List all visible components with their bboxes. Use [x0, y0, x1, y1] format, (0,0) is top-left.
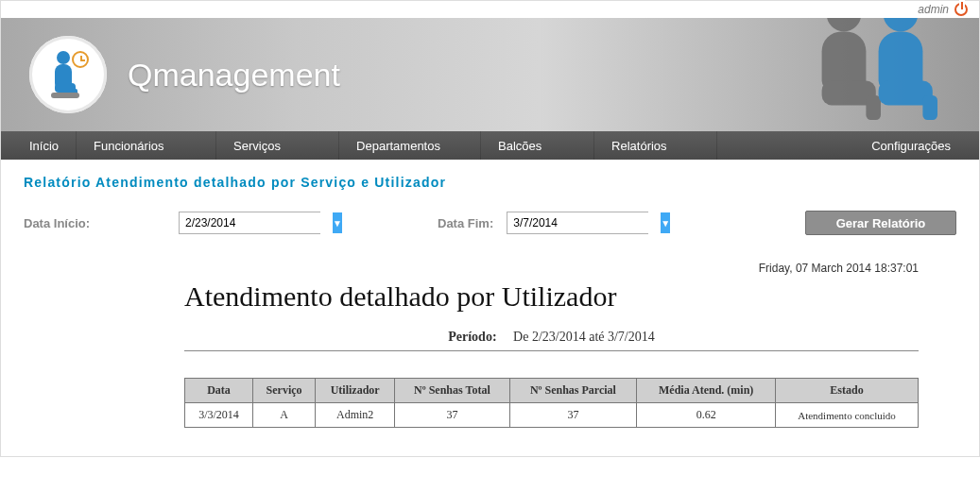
col-data: Data: [185, 379, 253, 403]
clock-icon: [72, 51, 89, 68]
period-value: De 2/23/2014 até 3/7/2014: [513, 330, 655, 344]
logout-icon[interactable]: [954, 3, 968, 16]
report-period: Período: De 2/23/2014 até 3/7/2014: [184, 330, 919, 351]
logo: [29, 36, 107, 113]
nav-configuracoes[interactable]: Configurações: [854, 131, 979, 160]
main-nav: Início Funcionários Serviços Departament…: [1, 131, 979, 160]
table-row: 3/3/2014 A Admin2 37 37 0.62 Atendimento…: [185, 403, 919, 428]
cell-servico: A: [253, 403, 316, 428]
col-media-atend: Média Atend. (min): [637, 379, 776, 403]
filter-row: Data Início: Data Fim: Gerar Relatório: [24, 211, 956, 235]
cell-senhas-parcial: 37: [509, 403, 637, 428]
cell-senhas-total: 37: [395, 403, 509, 428]
nav-funcionarios[interactable]: Funcionários: [77, 131, 216, 160]
table-header-row: Data Serviço Utilizador Nº Senhas Total …: [185, 379, 919, 403]
app-frame: admin Qmanagement: [0, 0, 980, 457]
current-user-label: admin: [918, 3, 949, 16]
banner: Qmanagement: [1, 18, 979, 131]
page-title: Relatório Atendimento detalhado por Serv…: [24, 175, 956, 190]
cell-utilizador: Admin2: [316, 403, 395, 428]
report-table: Data Serviço Utilizador Nº Senhas Total …: [184, 378, 919, 428]
report-panel: Friday, 07 March 2014 18:37:01 Atendimen…: [184, 262, 919, 428]
generate-report-button[interactable]: Gerar Relatório: [805, 211, 956, 235]
nav-balcoes[interactable]: Balcões: [481, 131, 594, 160]
nav-relatorios[interactable]: Relatórios: [594, 131, 717, 160]
col-servico: Serviço: [253, 379, 316, 403]
data-inicio-input[interactable]: [180, 212, 333, 233]
data-inicio-label: Data Início:: [24, 216, 165, 230]
col-senhas-total: Nº Senhas Total: [395, 379, 509, 403]
cell-estado: Atendimento concluido: [776, 403, 919, 428]
content: Relatório Atendimento detalhado por Serv…: [1, 160, 979, 456]
col-estado: Estado: [776, 379, 919, 403]
app-title: Qmanagement: [128, 57, 340, 93]
data-fim-picker-icon[interactable]: [661, 212, 670, 233]
col-utilizador: Utilizador: [316, 379, 395, 403]
cell-media-atend: 0.62: [637, 403, 776, 428]
waiting-person-icon: [49, 51, 87, 98]
data-fim-label: Data Fim:: [438, 216, 493, 230]
banner-art: [724, 18, 970, 131]
cell-data: 3/3/2014: [185, 403, 253, 428]
data-fim-field[interactable]: [507, 212, 648, 234]
period-label: Período:: [448, 330, 496, 344]
data-inicio-field[interactable]: [179, 212, 320, 234]
data-fim-input[interactable]: [507, 212, 661, 233]
top-user-bar: admin: [1, 1, 979, 18]
report-heading: Atendimento detalhado por Utilizador: [184, 280, 919, 313]
report-timestamp: Friday, 07 March 2014 18:37:01: [184, 262, 919, 275]
nav-departamentos[interactable]: Departamentos: [339, 131, 481, 160]
decor-person-icon: [864, 18, 962, 120]
nav-inicio[interactable]: Início: [1, 131, 77, 160]
data-inicio-picker-icon[interactable]: [333, 212, 342, 233]
nav-servicos[interactable]: Serviços: [216, 131, 339, 160]
col-senhas-parcial: Nº Senhas Parcial: [509, 379, 637, 403]
